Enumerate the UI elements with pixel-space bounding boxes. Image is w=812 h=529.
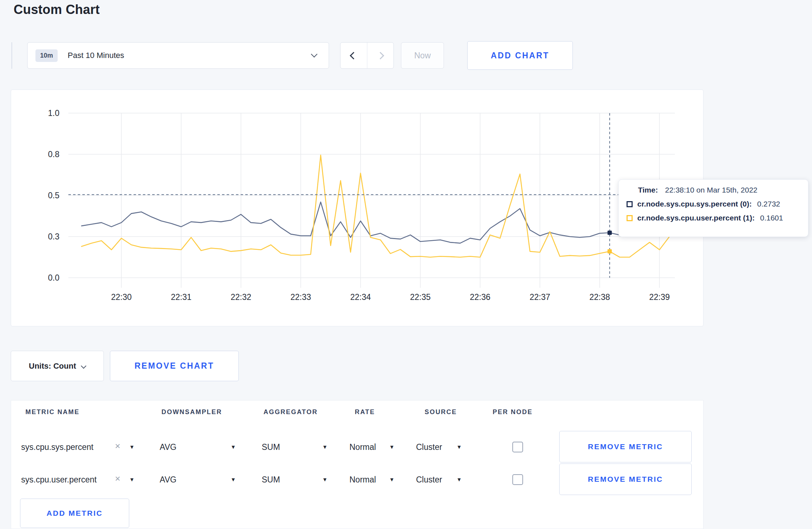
metric-name-select[interactable]: sys.cpu.sys.percent × ▼ xyxy=(21,431,161,463)
caret-down-icon: ▼ xyxy=(456,476,462,482)
chevron-down-icon xyxy=(311,51,317,57)
remove-chart-button[interactable]: REMOVE CHART xyxy=(110,351,239,381)
chevron-left-icon xyxy=(350,52,357,59)
metrics-table: METRIC NAME DOWNSAMPLER AGGREGATOR RATE … xyxy=(11,400,704,529)
aggregator-value: SUM xyxy=(262,442,280,452)
downsampler-value: AVG xyxy=(160,442,177,452)
tooltip-time-row: Time: 22:38:10 on Mar 15th, 2022 xyxy=(638,186,801,194)
tooltip-time-label: Time: xyxy=(638,186,658,194)
chart-card: 0.00.30.50.81.022:3022:3122:3222:3322:34… xyxy=(11,89,704,326)
caret-down-icon: ▼ xyxy=(456,444,462,450)
aggregator-select[interactable]: SUM ▼ xyxy=(262,464,349,496)
col-header-metric-name: METRIC NAME xyxy=(25,408,79,416)
source-select[interactable]: Cluster ▼ xyxy=(416,464,498,496)
time-step-buttons xyxy=(340,42,394,69)
page-title: Custom Chart xyxy=(14,2,100,17)
svg-text:22:30: 22:30 xyxy=(111,292,132,302)
aggregator-value: SUM xyxy=(262,475,280,485)
tooltip-series-label: cr.node.sys.cpu.user.percent (1): xyxy=(637,214,755,222)
close-icon[interactable]: × xyxy=(115,473,120,484)
svg-text:22:32: 22:32 xyxy=(231,292,251,302)
rate-value: Normal xyxy=(349,442,376,452)
series-swatch-icon xyxy=(627,201,633,207)
units-dropdown[interactable]: Units: Count xyxy=(11,351,104,381)
time-range-dropdown[interactable]: 10m Past 10 Minutes xyxy=(27,42,329,69)
tooltip-series-value: 0.1601 xyxy=(760,214,783,222)
svg-text:22:39: 22:39 xyxy=(649,292,670,302)
svg-text:22:36: 22:36 xyxy=(470,292,490,302)
source-value: Cluster xyxy=(416,475,442,485)
tooltip-time-value: 22:38:10 on Mar 15th, 2022 xyxy=(665,186,757,194)
table-row: sys.cpu.user.percent × ▼ AVG ▼ SUM ▼ Nor… xyxy=(11,464,704,496)
tooltip-series-row: cr.node.sys.cpu.user.percent (1): 0.1601 xyxy=(627,214,801,222)
units-label: Units: Count xyxy=(29,361,76,371)
caret-down-icon: ▼ xyxy=(129,444,135,450)
close-icon[interactable]: × xyxy=(115,441,120,452)
caret-down-icon: ▼ xyxy=(389,476,395,482)
toolbar-divider xyxy=(11,42,12,69)
chart-tooltip: Time: 22:38:10 on Mar 15th, 2022 cr.node… xyxy=(618,179,808,237)
metric-name-select[interactable]: sys.cpu.user.percent × ▼ xyxy=(21,464,161,496)
chart-plot-area[interactable]: 0.00.30.50.81.022:3022:3122:3222:3322:34… xyxy=(11,90,704,327)
rate-select[interactable]: Normal ▼ xyxy=(349,464,416,496)
source-select[interactable]: Cluster ▼ xyxy=(416,431,498,463)
source-value: Cluster xyxy=(416,442,442,452)
svg-text:1.0: 1.0 xyxy=(48,108,59,118)
custom-chart-page: Custom Chart 10m Past 10 Minutes Now ADD… xyxy=(0,0,812,529)
col-header-rate: RATE xyxy=(355,408,375,416)
aggregator-select[interactable]: SUM ▼ xyxy=(262,431,349,463)
tooltip-series-label: cr.node.sys.cpu.sys.percent (0): xyxy=(637,200,752,208)
svg-text:22:31: 22:31 xyxy=(171,292,192,302)
metric-name-value: sys.cpu.user.percent xyxy=(21,475,97,485)
svg-text:0.8: 0.8 xyxy=(48,150,59,159)
per-node-checkbox[interactable] xyxy=(512,442,523,452)
table-row: sys.cpu.sys.percent × ▼ AVG ▼ SUM ▼ Norm… xyxy=(11,431,704,463)
caret-down-icon: ▼ xyxy=(231,444,236,450)
caret-down-icon: ▼ xyxy=(129,476,135,482)
prev-time-button[interactable] xyxy=(340,43,367,68)
caret-down-icon: ▼ xyxy=(322,444,328,450)
metric-name-value: sys.cpu.sys.percent xyxy=(21,442,93,452)
time-range-label: Past 10 Minutes xyxy=(68,51,124,60)
downsampler-value: AVG xyxy=(160,475,177,485)
tooltip-series-value: 0.2732 xyxy=(757,200,780,208)
remove-metric-button[interactable]: REMOVE METRIC xyxy=(559,431,692,462)
col-header-source: SOURCE xyxy=(425,408,457,416)
rate-value: Normal xyxy=(349,475,376,485)
caret-down-icon: ▼ xyxy=(231,476,236,482)
add-metric-button[interactable]: ADD METRIC xyxy=(20,499,129,528)
col-header-aggregator: AGGREGATOR xyxy=(264,408,318,416)
time-range-badge: 10m xyxy=(35,49,58,62)
svg-text:22:38: 22:38 xyxy=(589,292,610,302)
add-chart-button[interactable]: ADD CHART xyxy=(467,41,573,70)
chevron-down-icon xyxy=(81,363,87,369)
caret-down-icon: ▼ xyxy=(389,444,395,450)
caret-down-icon: ▼ xyxy=(322,476,328,482)
next-time-button[interactable] xyxy=(367,43,394,68)
series-swatch-icon xyxy=(627,215,633,221)
svg-text:0.0: 0.0 xyxy=(48,273,59,282)
downsampler-select[interactable]: AVG ▼ xyxy=(160,464,262,496)
now-button[interactable]: Now xyxy=(401,42,444,69)
col-header-downsampler: DOWNSAMPLER xyxy=(161,408,222,416)
svg-text:22:33: 22:33 xyxy=(290,292,311,302)
svg-text:22:35: 22:35 xyxy=(410,292,431,302)
tooltip-series-row: cr.node.sys.cpu.sys.percent (0): 0.2732 xyxy=(627,200,801,208)
downsampler-select[interactable]: AVG ▼ xyxy=(160,431,262,463)
rate-select[interactable]: Normal ▼ xyxy=(349,431,416,463)
svg-text:0.3: 0.3 xyxy=(48,232,59,241)
per-node-checkbox[interactable] xyxy=(512,474,523,485)
svg-text:0.5: 0.5 xyxy=(48,191,59,200)
svg-text:22:34: 22:34 xyxy=(350,292,371,302)
remove-metric-button[interactable]: REMOVE METRIC xyxy=(559,464,692,495)
svg-text:22:37: 22:37 xyxy=(530,292,550,302)
chevron-right-icon xyxy=(377,52,384,59)
col-header-per-node: PER NODE xyxy=(493,408,533,416)
